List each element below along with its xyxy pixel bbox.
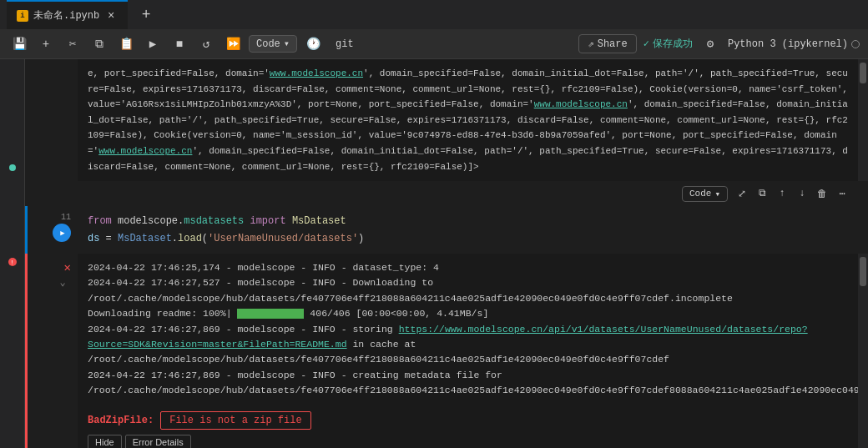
expand-btn-1[interactable]: ⤢ bbox=[733, 184, 751, 203]
cell-1-toolbar: Code ▾ ⤢ ⧉ ↑ ↓ 🗑 ⋯ bbox=[25, 181, 868, 206]
fold-output-btn[interactable]: ⌄ bbox=[54, 274, 71, 291]
save-status: ✓ 保存成功 bbox=[643, 37, 693, 51]
cell-1-gutter bbox=[28, 59, 78, 181]
save-btn[interactable]: 💾 bbox=[8, 33, 30, 55]
kernel-name-label: Python 3 (ipykernel) bbox=[728, 38, 848, 50]
chevron-down-icon: ▾ bbox=[284, 38, 290, 50]
save-status-label: 保存成功 bbox=[653, 37, 693, 51]
kernel-status-dot bbox=[851, 40, 860, 48]
clock-btn[interactable]: 🕐 bbox=[302, 33, 324, 55]
cell-2-scroll-thumb bbox=[860, 257, 866, 286]
cell-status-dot-1 bbox=[9, 164, 16, 171]
cell-2-gutter: 11 bbox=[28, 206, 78, 254]
run-btn[interactable]: ▶ bbox=[142, 33, 164, 55]
run-cell-2-btn[interactable] bbox=[53, 224, 71, 242]
error-message-box: File is not a zip file bbox=[160, 411, 310, 430]
fast-forward-btn[interactable]: ⏩ bbox=[222, 33, 244, 55]
error-message-text: File is not a zip file bbox=[169, 415, 301, 426]
cell-1-actions: ⤢ ⧉ ↑ ↓ 🗑 ⋯ bbox=[733, 184, 851, 203]
share-btn[interactable]: ⇗ Share bbox=[578, 34, 636, 53]
cell-2-number: 11 bbox=[61, 213, 71, 222]
cell-1-output-text: e, port_specified=False, domain='www.mod… bbox=[88, 68, 848, 172]
left-gutter: ! bbox=[0, 59, 25, 448]
cut-btn[interactable]: ✂ bbox=[62, 33, 83, 55]
more-btn-1[interactable]: ⋯ bbox=[833, 184, 851, 203]
cell-2-line-2: ds = MsDataset.load('UserNameUnused/data… bbox=[88, 230, 858, 247]
notebook: e, port_specified=False, domain='www.mod… bbox=[25, 59, 868, 448]
delete-btn-1[interactable]: 🗑 bbox=[813, 184, 831, 203]
cell-2-line-1: from modelscope.msdatasets import MsData… bbox=[88, 213, 858, 229]
cell-2-logs: 2024-04-22 17:46:25,174 - modelscope - I… bbox=[78, 254, 868, 405]
cell-1-scroll-thumb bbox=[860, 63, 866, 83]
log-line-1: 2024-04-22 17:46:25,174 - modelscope - I… bbox=[88, 260, 868, 275]
stop-btn[interactable]: ■ bbox=[169, 33, 190, 55]
kernel-info[interactable]: Python 3 (ipykernel) bbox=[728, 38, 860, 50]
error-toggle-bar: Hide Error Details bbox=[88, 435, 868, 448]
log-line-5: 2024-04-22 17:46:27,869 - modelscope - I… bbox=[88, 368, 868, 399]
cell-1-scrollbar[interactable] bbox=[858, 59, 868, 181]
kernel-type-selector[interactable]: Code ▾ bbox=[249, 35, 297, 53]
move-up-btn-1[interactable]: ↑ bbox=[773, 184, 791, 203]
tab-label: 未命名.ipynb bbox=[33, 8, 99, 23]
error-details-label: Error Details bbox=[133, 437, 184, 447]
cell-type-selector-1[interactable]: Code ▾ bbox=[682, 186, 728, 202]
log-line-2: 2024-04-22 17:46:27,527 - modelscope - I… bbox=[88, 275, 868, 306]
notebook-icon: i bbox=[17, 10, 28, 22]
hide-error-btn[interactable]: Hide bbox=[88, 435, 122, 448]
git-label: git bbox=[336, 38, 354, 50]
toolbar: 💾 + ✂ ⧉ 📋 ▶ ■ ↺ ⏩ Code ▾ 🕐 git ⇗ Share ✓… bbox=[0, 29, 868, 59]
hide-label: Hide bbox=[95, 437, 114, 447]
cell-2-output-cell: ✕ ⌄ 2024-04-22 17:46:25,174 - modelscope… bbox=[25, 254, 868, 448]
cell-2-scrollbar[interactable] bbox=[858, 254, 868, 448]
cell-2: 11 from modelscope.msdatasets import MsD… bbox=[25, 206, 868, 254]
error-x-icon: ✕ bbox=[64, 260, 71, 274]
cell-type-label-1: Code bbox=[689, 189, 711, 199]
share-label: Share bbox=[598, 38, 628, 50]
copy-cell-btn-1[interactable]: ⧉ bbox=[753, 184, 771, 203]
title-bar: i 未命名.ipynb × + bbox=[0, 0, 868, 29]
notebook-tab[interactable]: i 未命名.ipynb × bbox=[7, 0, 128, 29]
cell-type-chevron-1: ▾ bbox=[714, 189, 720, 199]
cell-1-content: e, port_specified=False, domain='www.mod… bbox=[78, 59, 868, 181]
main-area: ! e, port_specified=False, domain='www.m… bbox=[0, 59, 868, 448]
tab-close-btn[interactable]: × bbox=[104, 9, 118, 23]
cell-2-code[interactable]: from modelscope.msdatasets import MsData… bbox=[78, 206, 868, 254]
copy-btn[interactable]: ⧉ bbox=[88, 33, 110, 55]
toolbar-right: ⇗ Share ✓ 保存成功 ⚙ Python 3 (ipykernel) bbox=[578, 33, 860, 55]
move-down-btn-1[interactable]: ↓ bbox=[793, 184, 811, 203]
progress-bar bbox=[237, 309, 304, 319]
cell-2-output-gutter: ✕ ⌄ bbox=[28, 254, 78, 448]
cell-error-dot: ! bbox=[8, 258, 17, 266]
log-line-4: 2024-04-22 17:46:27,869 - modelscope - I… bbox=[88, 322, 868, 368]
log-line-progress: Downloading readme: 100%| 406/406 [00:00… bbox=[88, 306, 868, 321]
save-check-icon: ✓ bbox=[643, 38, 649, 50]
paste-btn[interactable]: 📋 bbox=[115, 33, 137, 55]
restart-btn[interactable]: ↺ bbox=[195, 33, 217, 55]
error-section: BadZipFile: File is not a zip file Hide … bbox=[78, 405, 868, 448]
cell-2-output-content: 2024-04-22 17:46:25,174 - modelscope - I… bbox=[78, 254, 868, 448]
add-tab-btn[interactable]: + bbox=[134, 3, 158, 27]
settings-btn[interactable]: ⚙ bbox=[699, 33, 721, 55]
share-icon: ⇗ bbox=[588, 38, 593, 50]
progress-label: 406/406 [00:00<00:00, 4.41MB/s] bbox=[310, 308, 488, 319]
error-details-btn[interactable]: Error Details bbox=[125, 435, 191, 448]
git-btn[interactable]: git bbox=[329, 36, 361, 53]
error-line: BadZipFile: File is not a zip file bbox=[88, 411, 868, 430]
cell-1-output: e, port_specified=False, domain='www.mod… bbox=[78, 59, 868, 181]
cell-1: e, port_specified=False, domain='www.mod… bbox=[25, 59, 868, 181]
error-label: BadZipFile: bbox=[88, 415, 154, 426]
add-cell-btn[interactable]: + bbox=[35, 33, 57, 55]
kernel-type-label: Code bbox=[256, 38, 280, 50]
